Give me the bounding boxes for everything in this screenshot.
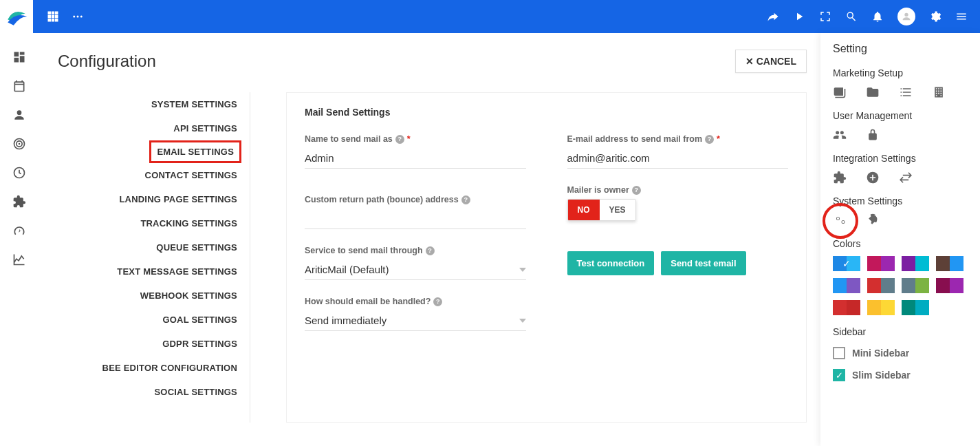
color-swatch[interactable] — [936, 278, 963, 293]
newspaper-icon[interactable] — [833, 85, 847, 99]
gauge-icon[interactable] — [12, 223, 27, 238]
slim-sidebar-checkbox[interactable]: ✓ Slim Sidebar — [833, 369, 968, 381]
handle-select[interactable]: Send immediately — [305, 310, 526, 331]
help-icon[interactable]: ? — [395, 135, 404, 144]
color-swatch[interactable] — [833, 300, 860, 315]
settings-drawer: Setting Marketing Setup User Management … — [820, 33, 980, 446]
users-icon[interactable] — [833, 128, 847, 142]
email-from-input[interactable] — [567, 148, 789, 169]
help-icon[interactable]: ? — [705, 135, 714, 144]
share-icon[interactable] — [767, 10, 779, 23]
clock-icon[interactable] — [12, 165, 27, 180]
nav-email-settings[interactable]: EMAIL SETTINGS — [149, 140, 241, 163]
color-swatch[interactable] — [902, 278, 929, 293]
dashboard-icon[interactable] — [12, 50, 27, 65]
chevron-down-icon — [519, 268, 526, 272]
calendar-icon[interactable] — [12, 78, 27, 94]
nav-landing-page-settings[interactable]: LANDING PAGE SETTINGS — [58, 187, 241, 211]
avatar[interactable] — [897, 8, 915, 25]
close-icon: ✕ — [745, 56, 754, 67]
chart-icon[interactable] — [12, 252, 27, 267]
chevron-down-icon — [519, 319, 526, 323]
app-logo[interactable] — [0, 0, 33, 33]
svg-rect-5 — [55, 15, 58, 19]
swap-icon[interactable] — [899, 171, 913, 184]
bell-icon[interactable] — [871, 10, 884, 23]
gear-icon[interactable] — [929, 10, 941, 23]
fullscreen-icon[interactable] — [819, 10, 831, 23]
colors-grid: ✓ — [833, 256, 968, 315]
rocket-icon[interactable] — [866, 213, 880, 227]
nav-tracking-settings[interactable]: TRACKING SETTINGS — [58, 211, 241, 235]
color-swatch[interactable] — [833, 278, 860, 293]
nav-contact-settings[interactable]: CONTACT SETTINGS — [58, 163, 241, 187]
help-icon[interactable]: ? — [632, 186, 641, 195]
mailer-owner-no[interactable]: NO — [568, 200, 600, 220]
nav-queue-settings[interactable]: QUEUE SETTINGS — [58, 235, 241, 259]
color-swatch[interactable] — [867, 256, 895, 271]
topbar — [0, 0, 980, 33]
mail-settings-panel: Mail Send Settings Name to send mail as … — [286, 92, 807, 423]
menu-icon[interactable] — [955, 10, 968, 23]
name-to-send-input[interactable] — [305, 148, 526, 169]
lock-icon[interactable] — [866, 128, 880, 142]
color-swatch[interactable] — [867, 278, 895, 293]
more-icon[interactable] — [72, 10, 84, 23]
svg-rect-13 — [20, 52, 25, 55]
test-connection-button[interactable]: Test connection — [567, 251, 655, 275]
nav-social-settings[interactable]: SOCIAL SETTINGS — [58, 380, 241, 404]
cancel-label: CANCEL — [756, 56, 796, 67]
help-icon[interactable]: ? — [461, 195, 470, 204]
marketing-setup-label: Marketing Setup — [833, 67, 968, 78]
nav-system-settings[interactable]: SYSTEM SETTINGS — [58, 92, 241, 116]
search-icon[interactable] — [845, 10, 858, 23]
checkbox-icon: ✓ — [833, 369, 845, 381]
check-icon: ✓ — [842, 258, 851, 269]
building-icon[interactable] — [932, 85, 946, 99]
send-test-email-button[interactable]: Send test email — [661, 251, 745, 275]
color-swatch[interactable] — [867, 300, 895, 315]
nav-bee-editor[interactable]: BEE EDITOR CONFIGURATION — [58, 356, 241, 380]
nav-text-message-settings[interactable]: TEXT MESSAGE SETTINGS — [58, 259, 241, 284]
cancel-button[interactable]: ✕ CANCEL — [735, 50, 807, 73]
nav-gdpr-settings[interactable]: GDPR SETTINGS — [58, 332, 241, 356]
plus-circle-icon[interactable] — [866, 171, 880, 184]
mailer-owner-toggle: NO YES — [567, 199, 636, 221]
color-swatch[interactable] — [902, 300, 929, 315]
svg-rect-3 — [48, 15, 52, 19]
settings-nav: SYSTEM SETTINGS API SETTINGS EMAIL SETTI… — [58, 92, 250, 423]
user-icon[interactable] — [12, 107, 27, 123]
svg-point-10 — [77, 16, 79, 18]
svg-rect-12 — [14, 52, 19, 57]
svg-rect-6 — [48, 19, 52, 22]
help-icon[interactable]: ? — [426, 246, 435, 255]
list-icon[interactable] — [899, 85, 913, 99]
target-icon[interactable] — [12, 136, 27, 151]
puzzle-icon[interactable] — [833, 171, 847, 184]
bounce-path-input[interactable] — [305, 209, 526, 229]
user-management-label: User Management — [833, 110, 968, 121]
mailer-owner-yes[interactable]: YES — [600, 200, 635, 220]
apps-icon[interactable] — [47, 10, 59, 23]
nav-api-settings[interactable]: API SETTINGS — [58, 116, 241, 140]
nav-webhook-settings[interactable]: WEBHOOK SETTINGS — [58, 284, 241, 308]
service-select[interactable]: AriticMail (Default) — [305, 259, 526, 280]
bounce-path-label: Custom return path (bounce) address ? — [305, 195, 526, 204]
folder-icon[interactable] — [866, 85, 880, 99]
color-swatch[interactable]: ✓ — [833, 256, 860, 271]
svg-point-18 — [19, 143, 21, 145]
email-from-label: E-mail address to send mail from ? * — [567, 134, 789, 144]
puzzle-icon[interactable] — [12, 194, 27, 209]
svg-rect-15 — [14, 58, 19, 63]
svg-rect-2 — [55, 12, 58, 15]
help-icon[interactable]: ? — [433, 297, 442, 306]
left-sidebar — [0, 33, 39, 446]
color-swatch[interactable] — [936, 256, 963, 271]
play-icon[interactable] — [793, 10, 805, 23]
nav-goal-settings[interactable]: GOAL SETTINGS — [58, 308, 241, 332]
mini-sidebar-checkbox[interactable]: Mini Sidebar — [833, 347, 968, 359]
color-swatch[interactable] — [902, 256, 929, 271]
mailer-owner-label: Mailer is owner ? — [567, 185, 789, 195]
service-label: Service to send mail through ? — [305, 246, 526, 255]
drawer-heading: Setting — [833, 43, 968, 55]
